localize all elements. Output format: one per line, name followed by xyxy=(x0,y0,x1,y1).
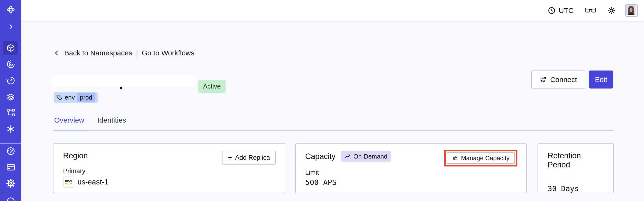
trending-up-icon xyxy=(344,153,351,160)
edit-label: Edit xyxy=(595,76,607,84)
sidebar-item-support[interactable] xyxy=(6,197,15,201)
tag-key: env xyxy=(65,94,75,101)
capacity-value-row: 500 APS xyxy=(305,178,517,186)
timezone-label: UTC xyxy=(559,6,574,15)
clock-icon xyxy=(548,6,556,15)
app-root: UTC xyxy=(0,0,644,201)
namespace-name-redacted xyxy=(52,75,195,87)
tab-identities[interactable]: Identities xyxy=(96,116,127,131)
sidebar-item-billing[interactable] xyxy=(6,162,15,172)
light-mode-icon[interactable] xyxy=(607,6,616,15)
breadcrumb: Back to Namespaces | Go to Workflows xyxy=(53,49,194,57)
retention-value: 30 Days xyxy=(548,184,579,193)
capacity-limit-label: Limit xyxy=(305,169,517,176)
sidebar-item-settings[interactable] xyxy=(6,179,15,188)
sidebar-item-nexus[interactable] xyxy=(6,124,15,134)
tab-divider-line xyxy=(53,130,613,131)
tag-value-chip: prod xyxy=(77,93,95,102)
action-highlight-box: Manage Capacity xyxy=(444,150,518,166)
connect-icon xyxy=(540,76,547,83)
region-primary-label: Primary xyxy=(63,168,275,175)
manage-capacity-label: Manage Capacity xyxy=(461,154,510,162)
main-content: Back to Namespaces | Go to Workflows Act… xyxy=(21,22,644,201)
sidebar-item-workflows[interactable] xyxy=(6,60,15,69)
add-replica-button[interactable]: + Add Replica xyxy=(222,151,276,164)
region-value: us-east-1 xyxy=(78,178,108,186)
manage-capacity-button[interactable]: Manage Capacity xyxy=(447,152,515,164)
capacity-value: 500 APS xyxy=(305,178,337,186)
namespace-tag[interactable]: env prod xyxy=(54,92,98,103)
sidebar-item-schedules[interactable] xyxy=(6,76,15,85)
connect-label: Connect xyxy=(550,76,577,84)
namespace-name-fragment xyxy=(120,87,122,89)
glasses-icon[interactable] xyxy=(585,8,596,14)
sliders-icon xyxy=(452,155,458,161)
region-card: Region + Add Replica Primary aws us-east… xyxy=(53,144,285,193)
region-value-row: aws us-east-1 xyxy=(63,176,275,188)
tab-overview[interactable]: Overview xyxy=(53,116,85,131)
retention-card: Retention Period 30 Days xyxy=(538,144,614,193)
temporal-logo-icon[interactable] xyxy=(6,5,16,14)
capacity-card: Capacity On-Demand xyxy=(295,144,527,193)
sidebar-item-stacks[interactable] xyxy=(6,92,15,102)
connect-button[interactable]: Connect xyxy=(531,70,585,88)
aws-logo: aws xyxy=(63,176,74,188)
chevron-left-icon[interactable] xyxy=(53,50,60,56)
retention-value-row: 30 Days xyxy=(548,184,604,193)
capacity-card-title: Capacity xyxy=(305,152,336,161)
sidebar-item-usage[interactable] xyxy=(6,146,15,156)
expand-nav-icon[interactable] xyxy=(7,23,14,30)
tag-icon xyxy=(56,94,62,101)
sidebar-divider xyxy=(0,143,21,144)
plus-icon: + xyxy=(228,154,232,162)
on-demand-label: On-Demand xyxy=(354,153,388,160)
tab-bar: Overview Identities xyxy=(53,116,127,131)
timezone-selector[interactable]: UTC xyxy=(548,6,574,15)
avatar[interactable] xyxy=(625,4,638,17)
sidebar-item-namespaces[interactable] xyxy=(6,44,15,52)
breadcrumb-back-link[interactable]: Back to Namespaces xyxy=(64,49,132,57)
sidebar-divider xyxy=(0,192,21,192)
topbar: UTC xyxy=(21,0,644,22)
sidebar xyxy=(0,0,21,201)
add-replica-label: Add Replica xyxy=(235,154,270,162)
aws-logo-text: aws xyxy=(65,180,72,183)
breadcrumb-separator: | xyxy=(136,49,138,57)
status-badge: Active xyxy=(198,80,226,93)
breadcrumb-workflows-link[interactable]: Go to Workflows xyxy=(142,49,194,57)
sidebar-item-pipelines[interactable] xyxy=(6,108,15,117)
edit-button[interactable]: Edit xyxy=(589,70,613,88)
retention-card-title: Retention Period xyxy=(548,151,604,169)
on-demand-badge: On-Demand xyxy=(341,151,391,162)
